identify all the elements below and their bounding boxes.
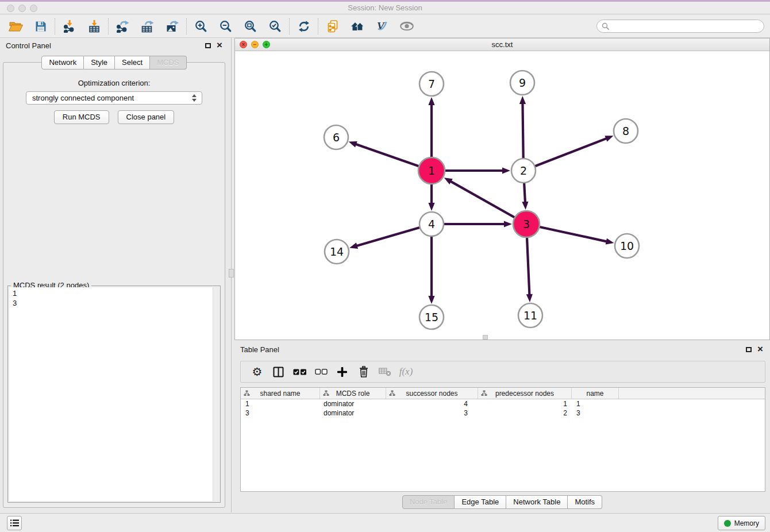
export-network-button[interactable] — [110, 17, 135, 36]
network-window-title: scc.txt — [235, 40, 769, 49]
graph-node-2[interactable]: 2 — [511, 159, 536, 183]
graph-node-11[interactable]: 11 — [518, 303, 542, 327]
float-panel-icon[interactable] — [205, 43, 211, 48]
tab-network-table[interactable]: Network Table — [506, 495, 568, 509]
graph-node-6[interactable]: 6 — [324, 125, 348, 149]
optimization-criterion-select[interactable]: strongly connected component — [26, 91, 202, 105]
zoom-selected-button[interactable] — [263, 17, 287, 36]
column-header-MCDS-role[interactable]: MCDS role — [320, 388, 386, 399]
tab-mcds[interactable]: MCDS — [150, 56, 186, 70]
vizmapper-icon: V — [376, 20, 388, 33]
tab-motifs[interactable]: Motifs — [568, 495, 602, 509]
tab-edge-table[interactable]: Edge Table — [455, 495, 506, 509]
network-window-titlebar[interactable]: × − + scc.txt — [235, 38, 769, 51]
mcds-panel: Optimization criterion: strongly connect… — [3, 62, 225, 508]
select-all-button[interactable] — [289, 369, 310, 375]
memory-label: Memory — [734, 519, 759, 527]
close-panel-button[interactable]: Close panel — [118, 110, 175, 124]
save-session-button[interactable] — [28, 17, 53, 36]
deselect-all-button[interactable] — [310, 369, 332, 375]
clone-network-button[interactable] — [320, 17, 345, 36]
graph-node-3[interactable]: 3 — [513, 211, 540, 237]
node-table: shared nameMCDS rolesuccessor nodesprede… — [240, 387, 765, 492]
tab-network[interactable]: Network — [41, 56, 84, 70]
zoom-fit-button[interactable] — [238, 17, 263, 36]
divider-handle[interactable] — [229, 269, 234, 277]
import-table-button[interactable] — [82, 17, 106, 36]
toolbar-separator — [55, 18, 55, 34]
table-cell: 4 — [386, 399, 478, 408]
edge-arrowhead — [522, 202, 528, 210]
column-header-label: name — [586, 390, 603, 398]
graph-node-4[interactable]: 4 — [419, 212, 444, 236]
columns-icon — [273, 367, 284, 377]
table-panel-tabs: Node TableEdge TableNetwork TableMotifs — [234, 495, 770, 509]
graph-node-8[interactable]: 8 — [614, 119, 638, 143]
close-panel-icon[interactable]: × — [217, 41, 222, 49]
float-panel-icon[interactable] — [746, 347, 752, 352]
edge-arrowhead — [428, 97, 434, 105]
task-history-button[interactable] — [7, 516, 22, 530]
zoom-out-button[interactable] — [213, 17, 238, 36]
export-image-button[interactable] — [160, 17, 184, 36]
control-panel-title: Control Panel — [6, 41, 51, 50]
function-builder-button[interactable]: f(x) — [395, 366, 417, 377]
save-icon — [35, 21, 47, 32]
canvas-resize-handle[interactable] — [483, 335, 488, 340]
close-panel-icon[interactable]: × — [757, 345, 763, 353]
graph-node-7[interactable]: 7 — [419, 72, 444, 96]
panel-divider — [228, 38, 234, 512]
column-header-successor-nodes[interactable]: successor nodes — [386, 388, 478, 399]
zoom-out-icon — [220, 20, 232, 33]
toolbar-separator — [318, 18, 318, 34]
zoom-in-button[interactable] — [188, 17, 213, 36]
import-network-button[interactable] — [57, 17, 82, 36]
edge-arrowhead — [606, 238, 614, 245]
list-icon — [10, 519, 19, 527]
graph-node-1[interactable]: 1 — [418, 157, 445, 184]
add-column-button[interactable] — [332, 367, 353, 377]
table-settings-button[interactable]: ⚙ — [247, 366, 268, 377]
function-icon: f(x) — [399, 366, 413, 377]
vizmapper-button[interactable]: V — [369, 17, 394, 36]
memory-button[interactable]: Memory — [718, 516, 765, 530]
search-input[interactable] — [610, 21, 764, 32]
network-graph[interactable]: 1234678910111415 — [235, 51, 769, 340]
select-chevrons-icon — [192, 94, 197, 102]
column-visibility-button[interactable] — [268, 367, 289, 377]
search-field[interactable] — [596, 20, 764, 33]
tab-node-table[interactable]: Node Table — [402, 495, 455, 509]
table-panel-title: Table Panel — [240, 345, 279, 354]
network-canvas[interactable]: 1234678910111415 — [235, 51, 769, 340]
table-row[interactable]: 1dominator411 — [241, 399, 765, 408]
column-header-name[interactable]: name — [572, 388, 619, 399]
graph-node-15[interactable]: 15 — [419, 305, 444, 329]
edge-arrowhead — [349, 141, 357, 148]
home-button[interactable] — [345, 17, 369, 36]
graph-node-10[interactable]: 10 — [615, 234, 639, 258]
table-cell: 2 — [478, 408, 572, 418]
column-header-predecessor-nodes[interactable]: predecessor nodes — [478, 388, 572, 399]
toolbar-separator — [289, 18, 290, 34]
mcds-result-text[interactable]: 1 3 — [9, 287, 219, 501]
delete-button[interactable] — [353, 366, 374, 377]
tab-style[interactable]: Style — [84, 56, 115, 70]
delete-column-button[interactable] — [374, 367, 395, 376]
sort-hierarchy-icon — [244, 390, 250, 396]
tab-select[interactable]: Select — [115, 56, 150, 70]
export-table-button[interactable] — [135, 17, 160, 36]
table-row[interactable]: 3dominator323 — [241, 408, 765, 418]
refresh-button[interactable] — [291, 17, 316, 36]
svg-text:4: 4 — [428, 218, 435, 230]
graph-node-9[interactable]: 9 — [510, 71, 534, 95]
hide-panels-button[interactable] — [394, 17, 419, 36]
run-mcds-button[interactable]: Run MCDS — [54, 110, 109, 124]
result-scrollbar[interactable] — [213, 287, 219, 501]
edge-arrowhead — [349, 242, 358, 249]
graph-node-14[interactable]: 14 — [325, 240, 349, 264]
column-header-shared-name[interactable]: shared name — [241, 388, 320, 399]
edge-arrowhead — [428, 203, 434, 211]
main-toolbar: V — [0, 15, 770, 38]
open-file-button[interactable] — [3, 17, 28, 36]
edge-2-8[interactable] — [523, 138, 607, 171]
